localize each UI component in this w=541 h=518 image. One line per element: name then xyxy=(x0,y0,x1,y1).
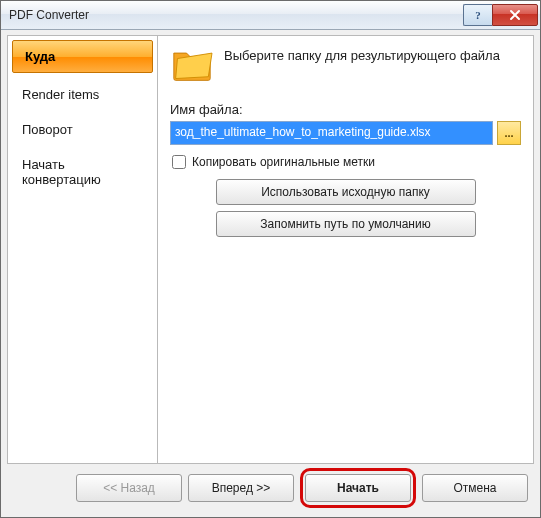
sidebar-item-label: Начать конвертацию xyxy=(22,157,101,187)
button-label: Начать xyxy=(337,481,379,495)
cancel-button[interactable]: Отмена xyxy=(422,474,528,502)
button-label: Запомнить путь по умолчанию xyxy=(260,217,430,231)
close-button[interactable] xyxy=(492,4,538,26)
use-source-folder-button[interactable]: Использовать исходную папку xyxy=(216,179,476,205)
browse-label: ... xyxy=(504,127,513,139)
svg-text:?: ? xyxy=(475,9,481,21)
back-button[interactable]: << Назад xyxy=(76,474,182,502)
sidebar-item-start-conv[interactable]: Начать конвертацию xyxy=(8,147,157,197)
dialog-window: PDF Converter ? Куда Render items Поворо xyxy=(0,0,541,518)
remember-path-button[interactable]: Запомнить путь по умолчанию xyxy=(216,211,476,237)
filename-input[interactable]: зод_the_ultimate_how_to_marketing_guide.… xyxy=(170,121,493,145)
sidebar-item-label: Поворот xyxy=(22,122,73,137)
start-button[interactable]: Начать xyxy=(305,474,411,502)
title-bar: PDF Converter ? xyxy=(1,1,540,30)
sidebar-item-label: Render items xyxy=(22,87,99,102)
content-header-text: Выберите папку для результирующего файла xyxy=(224,44,500,63)
next-button[interactable]: Вперед >> xyxy=(188,474,294,502)
copy-labels-row: Копировать оригинальные метки xyxy=(170,155,521,169)
folder-icon xyxy=(170,44,214,84)
filename-label: Имя файла: xyxy=(170,102,521,117)
sidebar-item-rotate[interactable]: Поворот xyxy=(8,112,157,147)
filename-value: зод_the_ultimate_how_to_marketing_guide.… xyxy=(171,122,492,144)
main-row: Куда Render items Поворот Начать конверт… xyxy=(7,35,534,464)
copy-labels-checkbox[interactable] xyxy=(172,155,186,169)
content-panel: Выберите папку для результирующего файла… xyxy=(157,35,534,464)
button-stack: Использовать исходную папку Запомнить пу… xyxy=(170,179,521,237)
dialog-body: Куда Render items Поворот Начать конверт… xyxy=(1,30,540,517)
copy-labels-text: Копировать оригинальные метки xyxy=(192,155,375,169)
window-title: PDF Converter xyxy=(1,8,463,22)
sidebar-item-label: Куда xyxy=(25,49,55,64)
close-icon xyxy=(509,9,521,21)
highlight-annotation: Начать xyxy=(300,468,416,508)
button-label: Отмена xyxy=(453,481,496,495)
footer: << Назад Вперед >> Начать Отмена xyxy=(7,464,534,511)
help-button[interactable]: ? xyxy=(463,4,492,26)
help-icon: ? xyxy=(472,9,484,21)
browse-button[interactable]: ... xyxy=(497,121,521,145)
button-label: Использовать исходную папку xyxy=(261,185,430,199)
button-label: << Назад xyxy=(103,481,155,495)
sidebar-item-destination[interactable]: Куда xyxy=(12,40,153,73)
button-label: Вперед >> xyxy=(212,481,271,495)
filename-row: зод_the_ultimate_how_to_marketing_guide.… xyxy=(170,121,521,145)
content-header: Выберите папку для результирующего файла xyxy=(170,44,521,84)
sidebar-item-render[interactable]: Render items xyxy=(8,77,157,112)
sidebar: Куда Render items Поворот Начать конверт… xyxy=(7,35,157,464)
